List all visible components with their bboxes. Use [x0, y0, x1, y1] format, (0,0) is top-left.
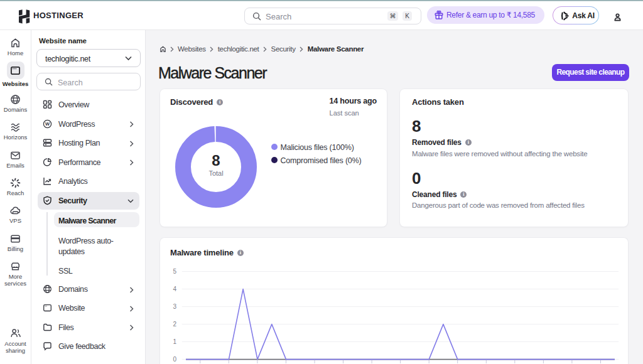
svg-text:5: 5: [173, 268, 176, 275]
svg-text:3: 3: [173, 303, 176, 310]
svg-text:0: 0: [173, 356, 176, 363]
svg-text:W: W: [45, 121, 50, 127]
svg-text:2: 2: [173, 321, 176, 328]
svg-text:4: 4: [173, 286, 176, 292]
svg-text:1: 1: [173, 338, 176, 345]
